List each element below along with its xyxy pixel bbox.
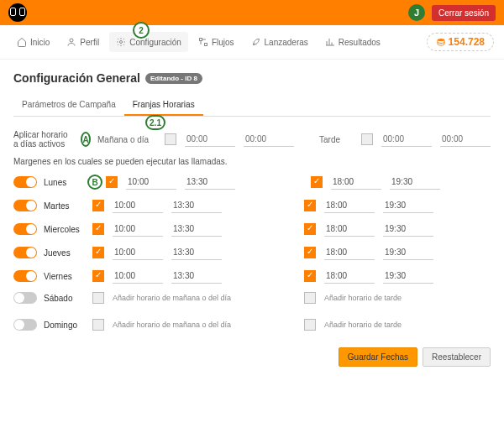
top-bar: J Cerrar sesión (0, 0, 504, 25)
day-row-lunes: LunesB (13, 175, 491, 190)
morning-start[interactable] (113, 222, 163, 237)
nav-label: Lanzaderas (265, 38, 308, 47)
afternoon-checkbox[interactable] (304, 247, 316, 258)
home-icon (17, 37, 27, 47)
coins-icon (436, 37, 446, 47)
day-toggle-lunes[interactable] (13, 176, 37, 188)
morning-checkbox[interactable] (92, 319, 104, 331)
apply-morning-end[interactable] (244, 132, 294, 147)
balance-value: 154.728 (449, 36, 485, 48)
morning-start[interactable] (113, 198, 163, 213)
afternoon-checkbox[interactable] (311, 176, 323, 188)
day-toggle-domingo[interactable] (13, 319, 37, 331)
morning-checkbox[interactable] (106, 176, 118, 188)
svg-rect-3 (204, 44, 207, 46)
afternoon-checkbox[interactable] (304, 223, 316, 235)
main-nav: Inicio Perfil Configuración Flujos Lanza… (0, 25, 504, 60)
nav-label: Inicio (30, 38, 50, 47)
day-toggle-miercoles[interactable] (13, 223, 37, 235)
nav-configuracion[interactable]: Configuración (109, 32, 188, 52)
nav-label: Resultados (339, 38, 381, 47)
subtabs: Parámetros de Campaña Franjas Horarias 2… (13, 95, 491, 117)
day-row-domingo: DomingoAñadir horario de mañana o del dí… (13, 319, 491, 331)
afternoon-start[interactable] (324, 222, 375, 237)
afternoon-checkbox[interactable] (304, 292, 316, 304)
gear-icon (116, 37, 126, 47)
morning-checkbox[interactable] (92, 223, 104, 235)
rocket-icon (251, 37, 261, 47)
tab-franjas[interactable]: Franjas Horarias (124, 95, 203, 116)
annotation-badge-21: 2.1 (145, 115, 165, 130)
save-button[interactable]: Guardar Fechas (339, 347, 417, 367)
day-name: Miercoles (44, 225, 86, 234)
title-text: Configuración General (13, 71, 140, 85)
afternoon-checkbox[interactable] (304, 270, 316, 282)
day-row-miercoles: Miercoles (13, 222, 491, 237)
afternoon-start[interactable] (324, 269, 375, 284)
logout-button[interactable]: Cerrar sesión (432, 5, 496, 21)
afternoon-start[interactable] (324, 245, 375, 260)
apply-label: Aplicar horario a días activos (13, 130, 74, 149)
day-row-viernes: Viernes (13, 269, 491, 284)
morning-end[interactable] (171, 245, 222, 260)
day-toggle-sabado[interactable] (13, 292, 37, 304)
afternoon-start[interactable] (331, 175, 381, 190)
morning-checkbox[interactable] (92, 200, 104, 211)
apply-active-row: Aplicar horario a días activos A Mañana … (13, 130, 491, 149)
user-icon (66, 37, 76, 47)
apply-afternoon-end[interactable] (440, 132, 491, 147)
morning-end[interactable] (185, 175, 235, 190)
reset-button[interactable]: Reestablecer (423, 347, 491, 367)
afternoon-end[interactable] (390, 175, 440, 190)
day-name: Martes (44, 201, 86, 211)
apply-afternoon-checkbox[interactable] (361, 133, 373, 145)
afternoon-end[interactable] (383, 198, 433, 213)
morning-checkbox[interactable] (92, 247, 104, 258)
day-toggle-martes[interactable] (13, 200, 37, 211)
svg-point-0 (70, 39, 73, 42)
day-name: Jueves (44, 248, 86, 258)
day-name: Viernes (44, 272, 86, 281)
add-morning-text: Añadir horario de mañana o del día (113, 294, 231, 302)
day-toggle-jueves[interactable] (13, 247, 37, 258)
nav-label: Configuración (129, 38, 181, 47)
apply-morning-start[interactable] (185, 132, 235, 147)
morning-start[interactable] (126, 175, 176, 190)
afternoon-end[interactable] (383, 269, 433, 284)
balance-display: 154.728 (427, 33, 494, 51)
afternoon-end[interactable] (383, 222, 433, 237)
nav-resultados[interactable]: Resultados (318, 32, 387, 52)
day-row-sabado: SábadoAñadir horario de mañana o del día… (13, 292, 491, 304)
morning-checkbox[interactable] (92, 270, 104, 282)
morning-end[interactable] (171, 198, 222, 213)
chart-icon (325, 37, 335, 47)
morning-end[interactable] (171, 222, 222, 237)
nav-label: Flujos (212, 38, 234, 47)
svg-rect-2 (199, 39, 202, 41)
morning-start[interactable] (113, 269, 163, 284)
svg-point-4 (438, 39, 444, 41)
nav-inicio[interactable]: Inicio (10, 32, 56, 52)
day-name: Domingo (44, 321, 86, 330)
apply-afternoon-start[interactable] (381, 132, 432, 147)
tab-parametros[interactable]: Parámetros de Campaña (13, 95, 124, 116)
afternoon-start[interactable] (324, 198, 375, 213)
nav-perfil[interactable]: Perfil (60, 32, 106, 52)
morning-start[interactable] (113, 245, 163, 260)
afternoon-checkbox[interactable] (304, 319, 316, 331)
nav-flujos[interactable]: Flujos (192, 32, 241, 52)
day-row-martes: Martes (13, 198, 491, 213)
afternoon-end[interactable] (383, 245, 433, 260)
apply-morning-checkbox[interactable] (165, 133, 176, 145)
morning-end[interactable] (171, 269, 222, 284)
nav-lanzaderas[interactable]: Lanzaderas (244, 32, 315, 52)
day-row-jueves: Jueves (13, 245, 491, 260)
avatar[interactable]: J (408, 4, 425, 21)
afternoon-checkbox[interactable] (304, 200, 316, 211)
add-morning-text: Añadir horario de mañana o del día (113, 321, 231, 329)
svg-point-1 (120, 41, 123, 44)
morning-label: Mañana o día (97, 135, 156, 144)
morning-checkbox[interactable] (92, 292, 104, 304)
day-toggle-viernes[interactable] (13, 270, 37, 282)
annotation-badge-b: B (87, 175, 102, 190)
